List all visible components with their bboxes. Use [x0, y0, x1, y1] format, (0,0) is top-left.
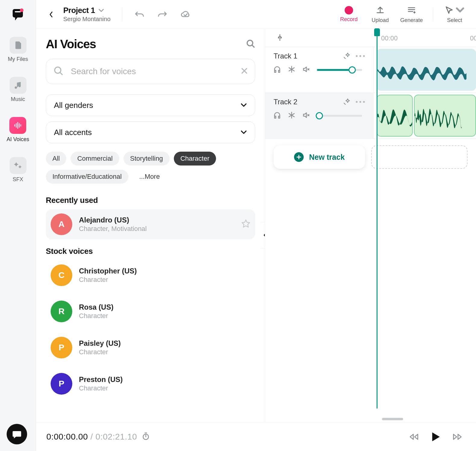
recent-list: A Alejandro (US) Character, Motivational — [46, 209, 255, 239]
side-rail: My Files Music AI Voices SFX — [0, 0, 36, 451]
select-tool[interactable]: Select — [442, 5, 468, 24]
panel-title-row: AI Voices — [46, 37, 255, 51]
rail-label: SFX — [13, 176, 23, 183]
gender-filter[interactable]: All genders — [46, 94, 255, 116]
generate-tool[interactable]: Generate — [399, 5, 424, 24]
track-menu-button[interactable] — [356, 55, 365, 57]
voice-name: Rosa (US) — [79, 303, 250, 311]
collapse-panel-button[interactable] — [261, 222, 265, 248]
freeze-button[interactable] — [288, 66, 295, 74]
voices-panel: AI Voices All genders All accents — [36, 29, 265, 422]
audio-clip[interactable] — [377, 95, 413, 137]
back-button[interactable] — [45, 8, 58, 21]
track-lane[interactable] — [374, 47, 476, 93]
rail-label: Music — [11, 96, 25, 102]
new-track-row: New track — [265, 139, 476, 175]
track-menu-button[interactable] — [356, 101, 365, 103]
rail-music[interactable]: Music — [10, 77, 27, 102]
pin-marker-button[interactable] — [277, 34, 283, 42]
svg-rect-0 — [15, 11, 21, 12]
forward-button[interactable] — [449, 428, 466, 445]
svg-point-8 — [55, 67, 61, 73]
search-box — [46, 59, 255, 84]
rail-sfx[interactable]: SFX — [10, 157, 27, 183]
playhead[interactable] — [377, 29, 377, 408]
avatar: P — [51, 373, 72, 395]
freeze-button[interactable] — [288, 112, 295, 120]
empty-clip-placeholder[interactable] — [371, 145, 468, 169]
solo-headphones-button[interactable] — [274, 112, 281, 120]
volume-slider[interactable] — [317, 115, 362, 117]
tool-label: Generate — [400, 17, 423, 24]
audio-clip[interactable] — [377, 49, 476, 91]
project-title: Project 1 — [63, 6, 95, 15]
track-lane[interactable] — [374, 93, 476, 138]
audio-clip[interactable] — [414, 95, 476, 137]
upload-tool[interactable]: Upload — [367, 5, 393, 24]
pill-informative[interactable]: Informative/Educational — [46, 170, 128, 184]
cloud-sync-button[interactable] — [177, 6, 194, 23]
waveform-icon — [9, 117, 26, 134]
voice-meta: Christopher (US) Character — [79, 267, 250, 284]
mute-button[interactable] — [302, 66, 310, 74]
favorite-button[interactable] — [241, 219, 250, 229]
svg-rect-4 — [17, 122, 18, 129]
pointer-icon — [445, 5, 465, 15]
time-tick: 00:00 — [381, 34, 398, 42]
filter-label: All genders — [54, 101, 93, 110]
chevron-down-icon — [456, 6, 465, 15]
pill-character[interactable]: Character — [174, 152, 216, 166]
track-row: Track 1 — [265, 47, 476, 93]
clear-search-button[interactable] — [241, 68, 248, 75]
voice-item[interactable]: C Christopher (US) Character — [46, 260, 255, 290]
voice-tags: Character — [79, 384, 250, 392]
rail-my-files[interactable]: My Files — [8, 37, 28, 62]
mute-button[interactable] — [302, 112, 310, 120]
redo-button[interactable] — [154, 6, 171, 23]
rail-ai-voices[interactable]: AI Voices — [7, 117, 29, 143]
chat-button[interactable] — [7, 424, 27, 444]
time-position: 0:00:00.00 — [46, 432, 88, 441]
rail-label: AI Voices — [7, 136, 29, 143]
voice-item[interactable]: R Rosa (US) Character — [46, 296, 255, 326]
track-header: Track 2 — [265, 93, 374, 138]
pill-all[interactable]: All — [46, 152, 66, 166]
search-input[interactable] — [70, 66, 234, 77]
sparkle-icon — [10, 157, 27, 174]
accent-filter[interactable]: All accents — [46, 121, 255, 143]
stock-list: C Christopher (US) Character R Rosa (US)… — [46, 260, 255, 399]
voice-meta: Rosa (US) Character — [79, 303, 250, 320]
voice-item[interactable]: P Paisley (US) Character — [46, 333, 255, 363]
pill-more[interactable]: ...More — [133, 170, 166, 184]
track-name[interactable]: Track 2 — [274, 98, 337, 106]
avatar: A — [51, 213, 72, 235]
track-name[interactable]: Track 1 — [274, 52, 337, 60]
pill-commercial[interactable]: Commercial — [70, 152, 119, 166]
undo-button[interactable] — [131, 6, 148, 23]
category-pills: All Commercial Storytelling Character In… — [46, 152, 255, 184]
record-tool[interactable]: Record — [336, 6, 362, 23]
app-root: My Files Music AI Voices SFX Project 1 S… — [0, 0, 476, 451]
solo-headphones-button[interactable] — [274, 66, 281, 74]
avatar: P — [51, 337, 72, 358]
track-header: Track 1 — [265, 47, 374, 93]
time-ruler[interactable]: 00:00 00:15 — [265, 29, 476, 47]
volume-slider[interactable] — [317, 69, 362, 71]
chevron-down-icon — [240, 102, 247, 109]
horizontal-scrollbar[interactable] — [382, 418, 476, 420]
svg-rect-3 — [16, 123, 17, 128]
new-track-button[interactable]: New track — [274, 145, 365, 169]
voice-meta: Paisley (US) Character — [79, 339, 250, 356]
magic-enhance-button[interactable] — [343, 98, 350, 106]
magic-enhance-button[interactable] — [343, 52, 350, 60]
search-toggle-button[interactable] — [246, 37, 255, 51]
play-button[interactable] — [427, 428, 444, 445]
project-title-row[interactable]: Project 1 — [63, 6, 111, 15]
pill-storytelling[interactable]: Storytelling — [124, 152, 170, 166]
voice-item[interactable]: P Preston (US) Character — [46, 369, 255, 399]
stopwatch-icon[interactable] — [142, 432, 150, 441]
app-logo — [10, 7, 26, 22]
rewind-button[interactable] — [406, 428, 422, 445]
voice-item[interactable]: A Alejandro (US) Character, Motivational — [46, 209, 255, 239]
new-track-label: New track — [309, 153, 345, 162]
